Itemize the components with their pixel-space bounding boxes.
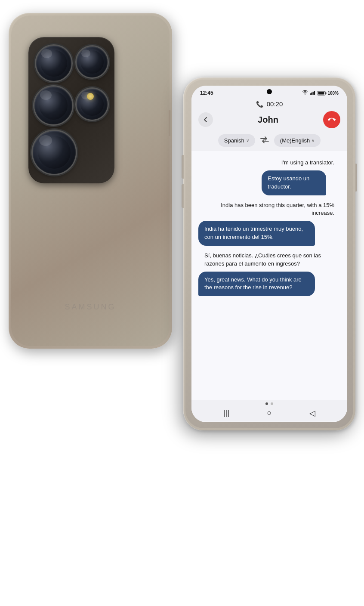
camera-lens-1 <box>36 46 71 81</box>
source-language-selector[interactable]: Spanish ∨ <box>218 134 255 147</box>
bottom-navigation: ||| ○ ◁ <box>191 400 347 421</box>
call-icon: 📞 <box>256 101 263 108</box>
target-language-chevron: ∨ <box>312 138 315 143</box>
chat-area: I'm using a translator. Estoy usando un … <box>191 151 347 400</box>
svg-rect-5 <box>318 92 324 94</box>
svg-rect-2 <box>313 92 314 95</box>
translator-app: 📞 00:20 John <box>191 98 347 421</box>
front-camera-punch-hole <box>267 89 272 94</box>
camera-lens-2 <box>77 46 108 77</box>
volume-up-button[interactable] <box>182 155 184 179</box>
call-timer: 00:20 <box>267 100 283 108</box>
nav-buttons: ||| ○ ◁ <box>191 408 347 418</box>
message-1-translated: Estoy usando un traductor. <box>262 170 326 195</box>
source-language-label: Spanish <box>224 137 244 144</box>
message-group-3: Sí, buenas noticias. ¿Cuáles crees que s… <box>198 250 340 296</box>
volume-down-button[interactable] <box>182 184 184 208</box>
camera-lens-5 <box>33 131 76 174</box>
recents-button[interactable]: ||| <box>223 408 229 418</box>
phone-front: 12:45 <box>183 77 355 430</box>
signal-icon <box>310 90 316 96</box>
svg-rect-3 <box>314 91 315 95</box>
message-2-translated: India ha tenido un trimestre muy bueno, … <box>198 221 315 246</box>
page-dot-1 <box>265 402 268 405</box>
swap-languages-button[interactable] <box>260 136 269 145</box>
phone-back: SAMSUNG <box>9 13 172 349</box>
end-call-button[interactable] <box>323 111 340 128</box>
back-nav-button[interactable]: ◁ <box>309 408 315 418</box>
svg-rect-0 <box>310 93 311 95</box>
status-time: 12:45 <box>200 90 213 96</box>
camera-module <box>28 37 114 183</box>
message-group-1: I'm using a translator. Estoy usando un … <box>262 157 340 195</box>
page-indicator <box>265 402 273 405</box>
phone-front-inner: 12:45 <box>185 80 353 428</box>
target-language-label: (Me)English <box>280 137 310 144</box>
battery-percent: 100% <box>327 91 339 96</box>
svg-rect-6 <box>326 92 327 94</box>
call-bar: 📞 00:20 <box>191 98 347 109</box>
message-2-plain: India has been strong this quarter, with… <box>198 200 340 220</box>
contact-name: John <box>258 115 278 125</box>
status-icons: 100% <box>302 90 339 96</box>
source-language-chevron: ∨ <box>246 138 249 143</box>
wifi-icon <box>302 90 308 96</box>
message-1-plain: I'm using a translator. <box>262 157 340 169</box>
message-3-plain: Sí, buenas noticias. ¿Cuáles crees que s… <box>198 250 340 270</box>
message-3-translated: Yes, great news. What do you think are t… <box>198 272 315 297</box>
target-language-selector[interactable]: (Me)English ∨ <box>274 134 321 147</box>
power-button[interactable] <box>355 164 357 192</box>
language-selector: Spanish ∨ (Me)English ∨ <box>191 132 347 151</box>
contact-header: John <box>191 109 347 132</box>
camera-lens-3 <box>34 87 72 124</box>
phone-screen: 12:45 <box>191 86 347 422</box>
flash-led <box>87 93 94 100</box>
page-dot-2 <box>271 402 273 405</box>
svg-rect-1 <box>312 93 313 95</box>
phone-back-inner: SAMSUNG <box>11 15 170 346</box>
brand-text: SAMSUNG <box>65 303 116 312</box>
home-button[interactable]: ○ <box>267 408 272 418</box>
message-group-2: India has been strong this quarter, with… <box>198 200 340 246</box>
back-button[interactable] <box>198 112 213 127</box>
side-power-button-back[interactable] <box>169 110 171 136</box>
battery-icon: 100% <box>318 91 339 96</box>
